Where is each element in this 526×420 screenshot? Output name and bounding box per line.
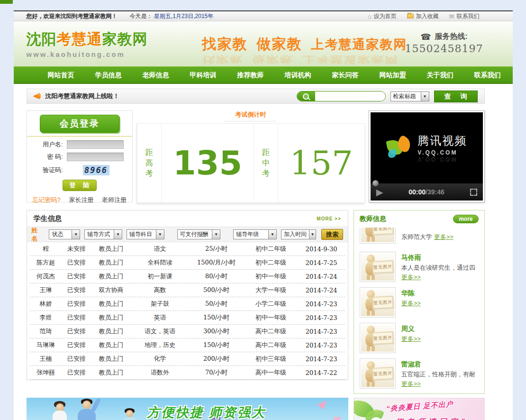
date-filter-select[interactable]: 加入时间 ▼ (281, 229, 316, 239)
list-item[interactable]: 暂无图片 雷淑君 五官端正，性格开朗，有耐 更多>> (354, 358, 484, 389)
paper-plane-icon (317, 398, 329, 410)
nav-item-training[interactable]: 甲科培训 (180, 67, 227, 83)
teacher-name[interactable]: 周义 (401, 324, 421, 334)
pay-filter-select[interactable]: 可支付报酬 ▼ (177, 229, 221, 239)
zhongkao-label: 距中考 (262, 147, 270, 179)
teacher-name[interactable]: 雷淑君 (401, 359, 479, 370)
student-search-button[interactable]: 搜索 (321, 229, 343, 240)
teacher-photo-placeholder[interactable]: 暂无图片 (360, 252, 396, 282)
add-favorite-label: 加入收藏 (416, 12, 439, 20)
topbar-left: 您好，欢迎来沈阳到考慧通家教网！ 今天是： 星期五,1月23日,2015年 (27, 12, 214, 20)
nav-item-recommended[interactable]: 推荐教师 (227, 67, 274, 83)
gaokao-label-col: 距高考 (137, 124, 162, 202)
gaokao-days: 135 (162, 146, 254, 180)
table-row[interactable]: 何茂杰已安排教员上门初一新课80/小时初中一年级2014-7-24 (30, 270, 345, 283)
password-input[interactable] (67, 153, 124, 161)
gaokao-label: 距高考 (145, 147, 154, 179)
slogan-part2: 做家教 (257, 36, 302, 52)
member-login-button[interactable]: 会员登录 (40, 115, 119, 133)
table-row[interactable]: 王琳已安排双方协商高数500/小时大学一年级2014-7-24 (30, 283, 345, 297)
nav-item-qa[interactable]: 家长问答 (322, 67, 369, 83)
chevron-down-icon: ▼ (72, 230, 80, 239)
forgot-password-link[interactable]: 忘记密码? (33, 196, 61, 204)
grade-filter-select[interactable]: 辅导年级 ▼ (233, 229, 277, 239)
search-icon[interactable] (297, 91, 315, 101)
parent-register-link[interactable]: 家长注册 (69, 196, 93, 204)
countdown-panel: 距高考 135 距中考 157 (136, 123, 365, 203)
students-more-link[interactable]: MORE >> (317, 216, 341, 221)
teacher-panel-title: 教师信息 (360, 215, 386, 223)
top-bar: 您好，欢迎来沈阳到考慧通家教网！ 今天是： 星期五,1月23日,2015年 ⌂ … (14, 10, 513, 21)
subject-filter-select[interactable]: 辅导科目 ▼ (127, 229, 164, 239)
mode-filter-select[interactable]: 辅导方式 ▼ (84, 229, 122, 239)
status-filter-select[interactable]: 状态 ▼ (49, 229, 80, 239)
table-row[interactable]: 陈方超已安排教员上门全科陪读1500/月/小时初中二年级2014-7-25 (30, 256, 345, 270)
teacher-more-link[interactable]: 更多>> (401, 274, 421, 281)
login-submit-button[interactable]: 登 陆 (63, 180, 97, 191)
slogan-part3: 上考慧通家教网 (311, 37, 408, 52)
gaokao-countdown: 距高考 135 (137, 124, 254, 202)
teacher-photo-placeholder[interactable]: 暂无图片 (360, 358, 396, 389)
table-row[interactable]: 王楠已安排教员上门化学200/小时初中三年级2014-7-23 (30, 352, 345, 366)
site-logo[interactable]: 沈阳考慧通家教网 www.kaohuitong.com (27, 29, 148, 58)
teacher-name[interactable]: 马佟雨 (401, 253, 479, 263)
nav-item-home[interactable]: 网站首页 (37, 67, 85, 83)
video-player[interactable]: 腾讯视频 V.QQ.COM V.QQ.COM ▶ 00:00/39:46 (369, 110, 485, 202)
video-screen[interactable]: 腾讯视频 V.QQ.COM V.QQ.COM (371, 112, 483, 183)
list-item[interactable]: 暂无图片 周义 更多>> (354, 323, 484, 353)
zhongkao-label-col: 距中考 (254, 124, 278, 202)
table-row[interactable]: 范琦已安排教员上门语文，英语300/小时高中二年级2014-7-23 (30, 325, 345, 338)
teacher-more-link[interactable]: 更多>> (401, 335, 421, 342)
username-input[interactable] (67, 140, 124, 149)
fullscreen-icon[interactable] (470, 189, 477, 196)
table-row[interactable]: 张坤丽已安排教员上门语数外70/小时高中一年级2014-7-22 (30, 366, 345, 380)
teacher-more-link[interactable]: 更多>> (401, 380, 421, 387)
search-input[interactable] (315, 91, 385, 101)
captcha-image[interactable]: 8966 (83, 165, 109, 175)
no-image-sign: 暂无图片 (372, 367, 393, 380)
nav-item-students[interactable]: 学员信息 (85, 67, 132, 83)
table-row[interactable]: 林娇已安排教员上门架子鼓50/小时小学二年级2014-7-23 (30, 297, 345, 311)
logo-title: 沈阳考慧通家教网 (27, 29, 148, 49)
add-favorite-link[interactable]: 加入收藏 (407, 12, 439, 20)
search-type-select[interactable]: 检索标题 ▼ (390, 91, 429, 101)
list-item[interactable]: 暂无图片 马佟雨 本人是在读研究生，通过四 更多>> (354, 252, 484, 282)
date-display: 今天是： 星期五,1月23日,2015年 (130, 12, 214, 20)
contact-us-link[interactable]: ✉ 联系我们 (449, 12, 480, 20)
teacher-register-link[interactable]: 老师注册 (102, 196, 127, 204)
table-row[interactable]: 程未安排教员上门语文25/小时初中二年级2014-9-30 (30, 242, 345, 256)
teacher-photo-placeholder[interactable]: 暂无图片 (360, 228, 396, 244)
nav-item-teachers[interactable]: 老师信息 (132, 67, 180, 83)
student-panel-header: 学生信息 MORE >> (27, 210, 348, 227)
set-home-link[interactable]: ⌂ 设为首页 (368, 12, 397, 20)
teacher-photo-placeholder[interactable]: 暂无图片 (360, 323, 396, 353)
captcha-row: 验证码: 8966 (34, 165, 126, 175)
login-divider (27, 136, 133, 137)
promo-banner-left[interactable]: 方便快捷 师资强大 (27, 398, 348, 420)
nav-item-join[interactable]: 网站加盟 (369, 67, 417, 83)
welcome-text: 您好，欢迎来沈阳到考慧通家教网！ (27, 12, 118, 20)
teacher-photo-placeholder[interactable]: 暂无图片 (360, 287, 396, 318)
table-row[interactable]: 马琳琳已安排教员上门地理，历史150/小时高中二年级2014-7-23 (30, 338, 345, 352)
folder-icon (407, 14, 414, 18)
list-item[interactable]: 暂无图片 华陈 更多>> (354, 287, 484, 318)
teacher-name[interactable]: 华陈 (401, 288, 421, 299)
promo-banner-right[interactable]: “炎炎夏日 足不出户 把老师请回家” (354, 398, 485, 420)
progress-knob[interactable] (372, 180, 379, 186)
teacher-more-link[interactable]: 更多>> (434, 233, 453, 241)
nav-item-contact[interactable]: 联系我们 (464, 67, 511, 83)
play-button[interactable]: ▶ (376, 188, 383, 197)
teachers-more-button[interactable]: more (453, 215, 478, 223)
announcement-text[interactable]: 沈阳考慧通家教网上线啦！ (45, 92, 119, 100)
teacher-more-link[interactable]: 更多>> (401, 300, 421, 307)
table-row[interactable]: 李煜已安排教员上门英语150/小时初中一年级2014-7-23 (30, 311, 345, 325)
student-panel-title: 学生信息 (34, 214, 62, 223)
nav-item-institutions[interactable]: 培训机构 (274, 67, 322, 83)
date-label: 今天是： (130, 13, 153, 19)
hotline-label: 服务热线: (435, 32, 468, 42)
list-item[interactable]: 暂无图片 东师范大学 更多>> (354, 228, 484, 247)
announcement-left: 沈阳考慧通家教网上线啦！ (33, 92, 119, 100)
nav-item-about[interactable]: 关于我们 (417, 67, 464, 83)
query-button[interactable]: 查 询 (434, 91, 478, 102)
student-info-panel: 学生信息 MORE >> 姓名 状态 ▼ 辅导方式 ▼ 辅导科目 ▼ (27, 210, 348, 380)
